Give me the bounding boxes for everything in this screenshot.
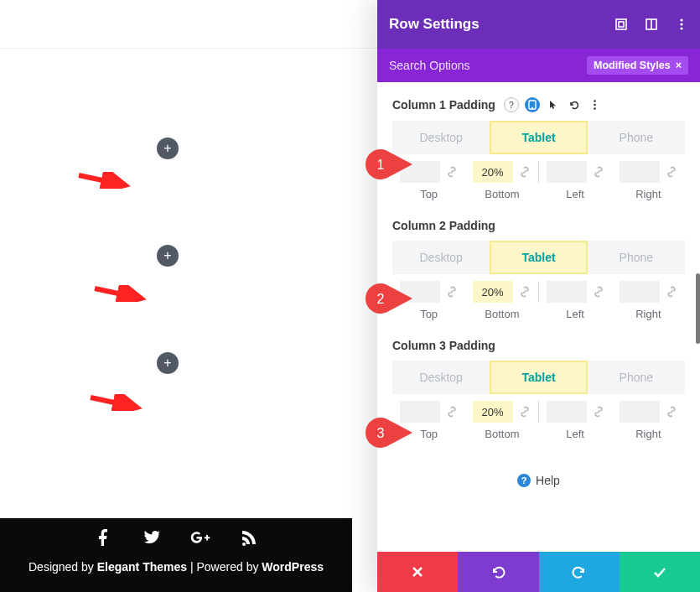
device-tabs: DesktopTabletPhone — [392, 241, 685, 274]
save-button[interactable] — [620, 552, 700, 592]
svg-text:1: 1 — [377, 158, 385, 172]
help-icon[interactable]: ? — [504, 97, 519, 112]
padding-group: Column 2 PaddingDesktopTabletPhoneTopBot… — [392, 219, 685, 320]
device-tab-phone[interactable]: Phone — [588, 361, 685, 394]
hover-icon[interactable] — [546, 97, 561, 112]
filter-clear-icon[interactable]: × — [676, 60, 682, 71]
padding-group: Column 1 Padding?DesktopTabletPhoneTopBo… — [392, 97, 685, 200]
padding-bottom-input[interactable] — [473, 281, 513, 303]
annotation-marker: 1 — [366, 149, 412, 179]
padding-label: Bottom — [465, 188, 538, 200]
svg-point-13 — [594, 104, 597, 106]
padding-right-input[interactable] — [620, 401, 660, 423]
padding-left-input[interactable] — [547, 401, 587, 423]
add-module-button[interactable]: + — [157, 138, 179, 159]
facebook-icon[interactable] — [93, 527, 113, 551]
help-icon: ? — [517, 474, 531, 487]
device-tab-phone[interactable]: Phone — [588, 121, 685, 154]
expand-icon[interactable] — [614, 18, 628, 31]
rss-icon[interactable] — [239, 527, 259, 551]
group-tools: ? — [504, 97, 603, 112]
link-icon[interactable] — [665, 285, 678, 299]
annotation-arrow — [75, 172, 134, 189]
padding-right-input[interactable] — [620, 161, 660, 183]
link-icon[interactable] — [445, 165, 459, 179]
reset-icon[interactable] — [567, 97, 582, 112]
device-tab-tablet[interactable]: Tablet — [490, 121, 587, 154]
google-plus-icon[interactable] — [190, 527, 210, 551]
svg-rect-4 — [619, 22, 624, 27]
padding-inputs — [392, 281, 685, 303]
padding-labels: TopBottomLeftRight — [392, 428, 685, 440]
padding-label: Right — [612, 188, 685, 200]
cancel-button[interactable] — [377, 552, 458, 592]
link-icon[interactable] — [518, 285, 531, 299]
link-icon[interactable] — [518, 165, 531, 179]
link-icon[interactable] — [592, 405, 605, 418]
device-tab-desktop[interactable]: Desktop — [392, 241, 490, 274]
help-link[interactable]: ?Help — [392, 459, 685, 502]
add-module-button[interactable]: + — [157, 245, 179, 267]
panel-header: Row Settings — [377, 0, 700, 49]
link-icon[interactable] — [665, 405, 678, 418]
padding-label: Top — [392, 188, 465, 200]
panel-actions — [377, 552, 700, 592]
undo-button[interactable] — [458, 552, 538, 592]
svg-point-7 — [680, 18, 682, 21]
panel-body[interactable]: Column 1 Padding?DesktopTabletPhoneTopBo… — [377, 82, 700, 552]
twitter-icon[interactable] — [142, 527, 162, 551]
link-icon[interactable] — [445, 405, 459, 418]
device-tab-tablet[interactable]: Tablet — [490, 361, 587, 394]
padding-label: Right — [612, 308, 685, 320]
more-icon[interactable] — [675, 18, 688, 31]
svg-point-14 — [594, 107, 597, 110]
scrollbar-thumb[interactable] — [696, 273, 700, 344]
svg-line-2 — [91, 397, 137, 408]
padding-left-input[interactable] — [547, 161, 587, 183]
annotation-arrow — [91, 285, 150, 302]
device-tab-tablet[interactable]: Tablet — [490, 241, 587, 274]
svg-text:2: 2 — [377, 292, 385, 306]
row-settings-panel: Row Settings Search Options Modified Sty… — [377, 0, 700, 592]
site-footer: Designed by Elegant Themes | Powered by … — [0, 518, 352, 592]
svg-line-0 — [79, 175, 126, 185]
svg-text:3: 3 — [377, 426, 385, 440]
cms-link[interactable]: WordPress — [262, 560, 324, 574]
padding-label: Bottom — [465, 308, 538, 320]
svg-line-1 — [95, 288, 142, 299]
padding-right-input[interactable] — [620, 281, 660, 303]
svg-point-9 — [680, 27, 682, 29]
add-module-button[interactable]: + — [157, 352, 179, 374]
device-tabs: DesktopTabletPhone — [392, 361, 685, 394]
theme-link[interactable]: Elegant Themes — [97, 560, 187, 574]
padding-label: Bottom — [465, 428, 538, 440]
stack-icon[interactable] — [645, 18, 658, 31]
link-icon[interactable] — [592, 165, 605, 179]
redo-button[interactable] — [539, 552, 620, 592]
link-icon[interactable] — [518, 405, 531, 418]
panel-search-bar: Search Options Modified Styles × — [377, 49, 700, 82]
annotation-marker: 3 — [366, 418, 412, 448]
builder-canvas: +++ — [0, 49, 352, 518]
device-tab-phone[interactable]: Phone — [588, 241, 685, 274]
padding-label: Left — [539, 428, 612, 440]
padding-inputs — [392, 401, 685, 423]
more-icon[interactable] — [588, 97, 603, 112]
search-options-input[interactable]: Search Options — [389, 59, 470, 72]
footer-credit: Designed by Elegant Themes | Powered by … — [0, 560, 352, 580]
padding-left-input[interactable] — [547, 281, 587, 303]
padding-label: Left — [539, 308, 612, 320]
group-title: Column 2 Padding — [392, 219, 495, 232]
padding-bottom-input[interactable] — [473, 401, 513, 423]
svg-point-12 — [594, 100, 597, 102]
filter-modified-styles[interactable]: Modified Styles × — [587, 56, 688, 75]
device-tab-desktop[interactable]: Desktop — [392, 361, 490, 394]
tablet-icon[interactable] — [525, 97, 540, 112]
device-tabs: DesktopTabletPhone — [392, 121, 685, 154]
link-icon[interactable] — [665, 165, 678, 179]
link-icon[interactable] — [445, 285, 459, 299]
padding-bottom-input[interactable] — [473, 161, 513, 183]
annotation-marker: 2 — [366, 283, 412, 314]
group-title: Column 1 Padding — [392, 98, 495, 112]
link-icon[interactable] — [592, 285, 605, 299]
